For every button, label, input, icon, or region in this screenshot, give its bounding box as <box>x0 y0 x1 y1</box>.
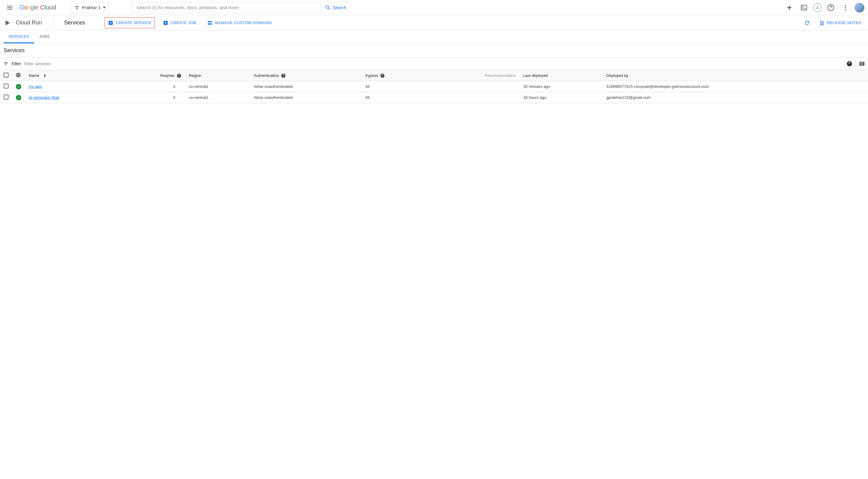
create-job-button[interactable]: CREATE JOB <box>160 18 199 28</box>
status-ok-icon <box>16 84 21 89</box>
notes-icon <box>819 20 825 26</box>
table-row: qr-generator-final 0 us-central1 Allow u… <box>0 92 868 103</box>
notifications-badge[interactable]: 1 <box>813 3 822 12</box>
column-region[interactable]: Region <box>185 70 250 81</box>
column-auth[interactable]: Authentication <box>250 70 362 81</box>
column-ingress[interactable]: Ingress <box>362 70 427 81</box>
cell-deployed-by: 518896577425-compute@developer.gservicea… <box>603 81 868 92</box>
filter-icon <box>3 61 8 66</box>
table-header-row: Name Req/sec Region Authentication Ingre… <box>0 70 868 81</box>
create-service-label: CREATE SERVICE <box>116 21 151 25</box>
search-container: Search <box>131 2 351 13</box>
search-input[interactable] <box>131 2 320 13</box>
hamburger-menu-icon[interactable] <box>4 2 16 14</box>
project-selector[interactable]: Prakhar 1 <box>71 2 110 13</box>
refresh-icon[interactable] <box>804 20 810 26</box>
project-icon <box>74 5 80 10</box>
services-table: Name Req/sec Region Authentication Ingre… <box>0 70 868 103</box>
google-cloud-logo[interactable]: Google Cloud <box>20 4 56 11</box>
search-icon <box>325 5 331 11</box>
columns-icon[interactable] <box>859 61 865 67</box>
gemini-spark-icon[interactable] <box>784 2 795 13</box>
sort-ascending-icon <box>43 73 47 78</box>
cloud-run-product-icon <box>4 19 11 27</box>
svg-rect-10 <box>210 21 212 23</box>
divider <box>54 18 54 28</box>
tab-bar: SERVICES JOBS <box>0 31 868 43</box>
search-button-label: Search <box>333 5 346 10</box>
svg-rect-16 <box>863 62 864 66</box>
manage-domains-button[interactable]: MANAGE CUSTOM DOMAINS <box>204 18 275 28</box>
top-header: Google Cloud Prakhar 1 Search 1 <box>0 0 868 15</box>
select-all-checkbox[interactable] <box>4 72 8 78</box>
help-icon[interactable] <box>380 73 385 78</box>
domains-icon <box>207 20 213 26</box>
page-heading: Services <box>0 43 868 57</box>
svg-point-4 <box>845 5 846 6</box>
column-last-deployed[interactable]: Last deployed <box>519 70 603 81</box>
status-header <box>12 70 25 81</box>
tab-jobs[interactable]: JOBS <box>34 31 55 43</box>
cell-recommendation <box>427 81 519 92</box>
help-icon[interactable] <box>825 2 836 13</box>
svg-rect-14 <box>860 62 861 66</box>
subheader-page-title: Services <box>59 20 88 26</box>
project-name-text: Prakhar 1 <box>82 5 101 10</box>
svg-point-1 <box>77 6 79 7</box>
svg-rect-15 <box>861 62 862 66</box>
svg-rect-11 <box>208 23 210 25</box>
service-name-link[interactable]: qr-generator-final <box>29 95 59 100</box>
release-notes-button[interactable]: RELEASE NOTES <box>816 18 864 28</box>
column-ingress-label: Ingress <box>365 73 378 78</box>
tab-services[interactable]: SERVICES <box>4 31 34 43</box>
cell-auth: Allow unauthenticated <box>250 81 362 92</box>
filter-help-icon[interactable] <box>846 61 852 67</box>
status-header-dot <box>16 72 21 78</box>
cell-region: us-central1 <box>185 81 250 92</box>
badge-count: 1 <box>816 5 818 10</box>
svg-rect-9 <box>208 21 210 23</box>
row-checkbox[interactable] <box>4 84 8 88</box>
google-logo-text: Google <box>20 4 38 11</box>
column-req-sec[interactable]: Req/sec <box>116 70 185 81</box>
cell-deployed-by: gprakhar123@gmail.com <box>603 92 868 103</box>
user-avatar[interactable] <box>855 3 864 12</box>
cell-region: us-central1 <box>185 92 250 103</box>
plus-icon <box>163 20 168 26</box>
help-icon[interactable] <box>177 73 182 78</box>
svg-point-5 <box>845 7 846 8</box>
release-notes-label: RELEASE NOTES <box>827 21 861 25</box>
filter-input[interactable] <box>24 61 843 66</box>
create-job-label: CREATE JOB <box>171 21 196 25</box>
column-deployed-by[interactable]: Deployed by <box>603 70 868 81</box>
cloud-shell-icon[interactable] <box>799 2 809 13</box>
status-ok-icon <box>16 95 21 100</box>
create-service-button[interactable]: CREATE SERVICE <box>104 18 155 28</box>
column-name[interactable]: Name <box>25 70 116 81</box>
cell-recommendation <box>427 92 519 103</box>
divider <box>856 60 856 67</box>
search-button[interactable]: Search <box>320 2 351 13</box>
column-recommendation[interactable]: Recommendation <box>427 70 519 81</box>
column-name-label: Name <box>29 73 39 78</box>
cloud-logo-text: Cloud <box>40 4 56 11</box>
cell-ingress: All <box>362 92 427 103</box>
svg-point-0 <box>75 6 77 7</box>
sub-header: Cloud Run Services CREATE SERVICE CREATE… <box>0 15 868 31</box>
dropdown-arrow-icon <box>103 6 106 9</box>
cell-last-deployed: 18 hours ago <box>519 92 603 103</box>
svg-point-6 <box>845 9 846 10</box>
sub-header-right: RELEASE NOTES <box>804 18 864 28</box>
table-row: my-app 0 us-central1 Allow unauthenticat… <box>0 81 868 92</box>
cell-req-sec: 0 <box>116 92 185 103</box>
row-checkbox[interactable] <box>4 95 8 99</box>
more-options-icon[interactable] <box>840 2 851 13</box>
help-icon[interactable] <box>281 73 286 78</box>
svg-rect-12 <box>210 23 212 25</box>
filter-label: Filter <box>11 61 21 66</box>
manage-domains-label: MANAGE CUSTOM DOMAINS <box>215 21 272 25</box>
product-name: Cloud Run <box>16 20 49 26</box>
service-name-link[interactable]: my-app <box>29 84 42 89</box>
header-right: 1 <box>784 2 864 13</box>
plus-icon <box>108 20 114 26</box>
